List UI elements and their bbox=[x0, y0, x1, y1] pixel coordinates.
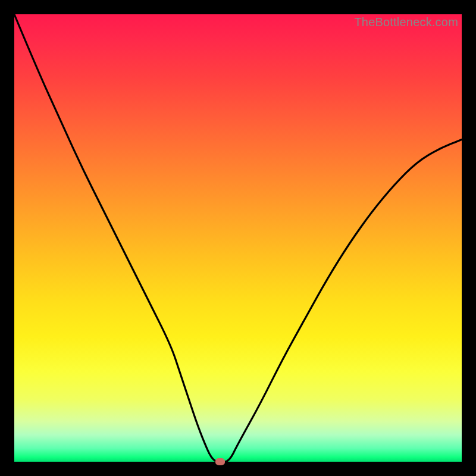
chart-frame: TheBottleneck.com bbox=[0, 0, 476, 476]
plot-area: TheBottleneck.com bbox=[14, 14, 462, 462]
optimal-marker bbox=[215, 458, 225, 465]
bottleneck-curve bbox=[14, 14, 462, 462]
